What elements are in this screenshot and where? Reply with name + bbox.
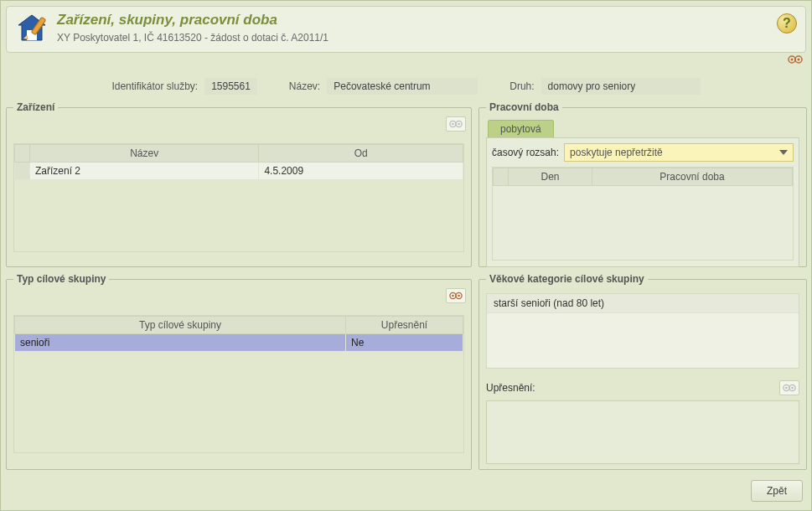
upresneni-label: Upřesnění: [486, 382, 535, 394]
pracovni-doba-table[interactable]: Den Pracovní doba [493, 168, 793, 186]
svg-point-18 [785, 387, 788, 390]
casovy-rozsah-value: poskytuje nepřetržitě [570, 147, 663, 158]
legend-pracovni-doba: Pracovní doba [486, 101, 562, 113]
svg-point-7 [798, 59, 800, 61]
svg-point-11 [458, 123, 460, 126]
service-name-label: Název: [289, 80, 320, 92]
view-icon[interactable] [788, 54, 803, 63]
help-icon[interactable]: ? [777, 13, 797, 34]
typcil-cell-upres: Ne [346, 334, 463, 352]
legend-typ-cilove-skupiny: Typ cílové skupiny [13, 273, 109, 285]
pracdoba-col-den: Den [509, 168, 592, 186]
table-row[interactable]: senioři Ne [15, 334, 463, 352]
zarizeni-cell-name: Zařízení 2 [30, 163, 259, 180]
header-app-icon [15, 12, 49, 45]
service-id-value: 1595561 [204, 78, 257, 95]
service-info-row: Identifikátor služby: 1595561 Název: Peč… [6, 76, 806, 96]
back-button[interactable]: Zpět [751, 480, 803, 502]
typcil-col-typ: Typ cílové skupiny [15, 317, 346, 334]
fieldset-zarizeni: Zařízení Název Od [6, 101, 472, 267]
main-frame: Zařízení, skupiny, pracovní doba XY Posk… [0, 0, 812, 511]
zarizeni-col-name: Název [30, 145, 259, 163]
zarizeni-view-icon[interactable] [446, 116, 466, 132]
service-type-label: Druh: [509, 80, 534, 92]
service-name-value: Pečovateské centrum [327, 78, 478, 95]
zarizeni-col-od: Od [259, 145, 463, 163]
page-subtitle: XY Poskytovatel 1, IČ 41613520 - žádost … [57, 32, 328, 44]
page-title: Zařízení, skupiny, pracovní doba [57, 12, 328, 28]
list-item[interactable]: starší senioři (nad 80 let) [487, 294, 799, 313]
chevron-down-icon [779, 150, 788, 155]
fieldset-pracovni-doba: Pracovní doba pobytová časový rozsah: po… [478, 101, 807, 267]
casovy-rozsah-label: časový rozsah: [492, 147, 559, 158]
svg-point-6 [791, 59, 794, 61]
page-header: Zařízení, skupiny, pracovní doba XY Posk… [6, 6, 806, 53]
legend-vekove-kategorie: Věkové kategorie cílové skupiny [486, 273, 648, 285]
svg-point-19 [791, 387, 794, 390]
svg-point-10 [452, 123, 454, 126]
casovy-rozsah-dropdown[interactable]: poskytuje nepřetržitě [564, 143, 794, 162]
zarizeni-cell-od: 4.5.2009 [259, 163, 463, 180]
typcil-view-icon[interactable] [446, 288, 466, 303]
pracdoba-col-pd: Pracovní doba [592, 168, 793, 186]
service-type-value: domovy pro seniory [541, 78, 701, 95]
zarizeni-table[interactable]: Název Od Zařízení 2 4.5.2009 [14, 144, 463, 180]
legend-zarizeni: Zařízení [13, 101, 58, 113]
typcil-table[interactable]: Typ cílové skupiny Upřesnění senioři Ne [14, 316, 463, 352]
upresneni-view-icon[interactable] [779, 380, 799, 395]
svg-point-14 [452, 295, 454, 297]
tab-pobytova[interactable]: pobytová [488, 120, 554, 137]
vekove-list[interactable]: starší senioři (nad 80 let) [486, 293, 799, 369]
svg-point-15 [458, 295, 460, 297]
upresneni-textbox[interactable] [486, 400, 799, 464]
table-row[interactable]: Zařízení 2 4.5.2009 [15, 163, 463, 180]
service-id-label: Identifikátor služby: [111, 80, 198, 92]
typcil-cell-typ: senioři [15, 334, 346, 352]
typcil-col-upres: Upřesnění [346, 317, 463, 334]
fieldset-typ-cilove-skupiny: Typ cílové skupiny Typ cílové skupiny Up… [6, 273, 472, 470]
fieldset-vekove-kategorie: Věkové kategorie cílové skupiny starší s… [478, 273, 807, 470]
